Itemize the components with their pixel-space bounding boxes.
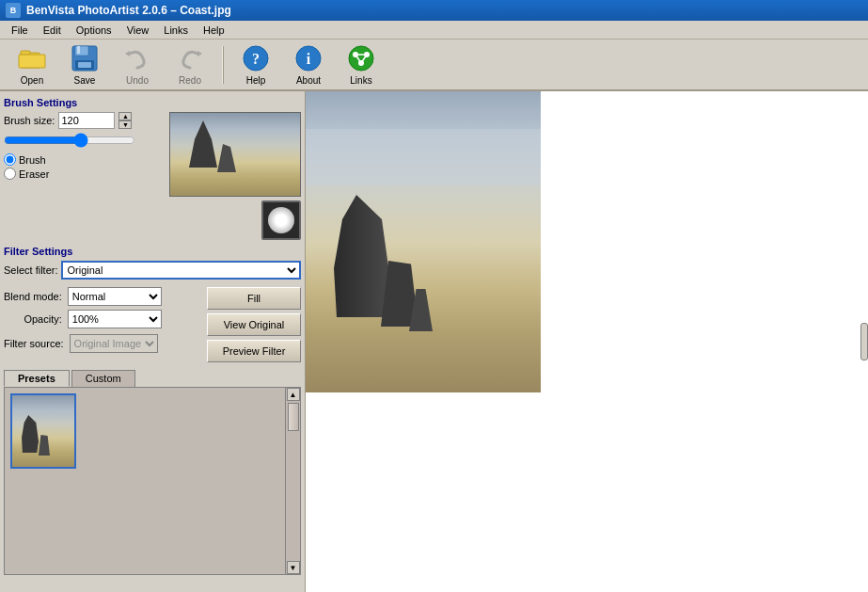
canvas-photo [306,91,541,392]
spinner-up[interactable]: ▲ [118,112,132,120]
redo-icon [175,43,205,73]
brush-size-row: Brush size: ▲ ▼ [4,112,164,129]
help-button[interactable]: ? Help [231,43,280,87]
svg-text:i: i [307,51,311,67]
tab-presets[interactable]: Presets [4,370,70,387]
toolbar: Open Save Undo [0,40,868,91]
left-controls: Blend mode: Normal Multiply Screen Overl… [4,287,201,362]
open-label: Open [21,75,43,86]
checkered-background [306,91,868,592]
help-label: Help [246,75,266,86]
brush-radio-row: Brush [4,153,164,166]
save-button[interactable]: Save [60,43,109,87]
menu-options[interactable]: Options [69,23,119,38]
view-original-button[interactable]: View Original [207,313,301,336]
filter-select[interactable]: Original Artistic Sketch Watercolor [61,261,301,280]
redo-button[interactable]: Redo [166,43,214,87]
redo-label: Redo [179,75,201,86]
svg-rect-1 [21,51,30,55]
filter-select-label: Select filter: [4,264,57,276]
brush-size-slider[interactable] [4,133,135,148]
about-icon: i [293,43,324,73]
help-icon: ? [241,43,271,73]
tab-custom[interactable]: Custom [71,370,135,387]
tabs-scrollbar: ▲ ▼ [285,388,300,574]
brush-settings-section: Brush Settings Brush size: ▲ ▼ [4,97,301,240]
canvas-resize-handle[interactable] [860,323,868,360]
eraser-radio-row: Eraser [4,168,164,180]
scroll-thumb[interactable] [288,403,299,431]
menu-view[interactable]: View [119,23,157,38]
canvas-area[interactable] [306,91,868,592]
undo-label: Undo [126,75,149,86]
tabs-content: ▲ ▼ [4,387,301,575]
controls-area: Blend mode: Normal Multiply Screen Overl… [4,287,301,362]
opacity-select[interactable]: 100% 75% 50% 25% [68,310,162,328]
brush-size-label: Brush size: [4,115,55,126]
right-controls: Fill View Original Preview Filter [207,287,301,362]
spinner-down[interactable]: ▼ [118,120,132,129]
about-label: About [296,75,321,86]
blend-opacity-grid: Blend mode: Normal Multiply Screen Overl… [4,287,201,328]
about-button[interactable]: i About [284,43,333,87]
window-title: BenVista PhotoArtist 2.0.6 – Coast.jpg [26,4,231,17]
canvas-white-bottom [306,392,868,592]
main-layout: Brush Settings Brush size: ▲ ▼ [0,91,868,592]
brush-radio[interactable] [4,153,16,166]
app-icon: B [6,3,21,18]
menu-edit[interactable]: Edit [36,23,69,38]
blend-label: Blend mode: [4,291,62,302]
svg-rect-2 [19,55,45,68]
scroll-up-arrow[interactable]: ▲ [287,388,300,401]
brush-radio-group: Brush Eraser [4,153,164,180]
blend-select[interactable]: Normal Multiply Screen Overlay [68,287,162,306]
filter-settings-title: Filter Settings [4,246,301,257]
filter-select-row: Select filter: Original Artistic Sketch … [4,261,301,280]
source-select[interactable]: Original Image [70,334,158,353]
source-label: Filter source: [4,338,64,349]
preset-item-1[interactable] [10,393,76,469]
svg-point-12 [349,46,373,71]
save-icon [70,43,100,73]
brush-slider-row [4,133,164,148]
svg-text:?: ? [252,51,260,67]
preview-filter-button[interactable]: Preview Filter [207,340,301,362]
presets-grid [5,388,300,474]
svg-rect-7 [78,62,91,68]
open-icon [17,43,47,73]
undo-icon [122,43,152,73]
toolbar-separator [222,46,224,84]
preset-image-1 [12,395,74,467]
fill-button[interactable]: Fill [207,287,301,310]
image-thumbnail [169,112,301,197]
brush-size-input[interactable] [58,112,115,129]
brush-settings-title: Brush Settings [4,97,301,108]
menu-bar: File Edit Options View Links Help [0,21,868,40]
menu-help[interactable]: Help [196,23,232,38]
tabs-container: Presets Custom ▲ ▼ [4,370,301,575]
links-button[interactable]: Links [337,43,386,87]
links-icon [346,43,376,73]
brush-size-spinner: ▲ ▼ [118,112,132,129]
thumb-image [170,113,300,196]
canvas-white-right [541,91,868,392]
open-button[interactable]: Open [8,43,56,87]
tabs-header: Presets Custom [4,370,301,387]
links-label: Links [350,75,371,86]
filter-source-row: Filter source: Original Image [4,334,201,353]
eraser-radio[interactable] [4,168,16,180]
eraser-label: Eraser [19,168,49,180]
brush-preview-icon [261,200,301,240]
filter-settings-section: Filter Settings Select filter: Original … [4,246,301,362]
title-bar: B BenVista PhotoArtist 2.0.6 – Coast.jpg [0,0,868,21]
menu-file[interactable]: File [4,23,36,38]
left-panel: Brush Settings Brush size: ▲ ▼ [0,91,306,592]
undo-button[interactable]: Undo [113,43,162,87]
menu-links[interactable]: Links [156,23,196,38]
svg-rect-5 [77,46,80,54]
save-label: Save [74,75,96,86]
brush-label: Brush [19,154,46,166]
opacity-label: Opacity: [4,313,62,325]
scroll-down-arrow[interactable]: ▼ [287,561,300,574]
